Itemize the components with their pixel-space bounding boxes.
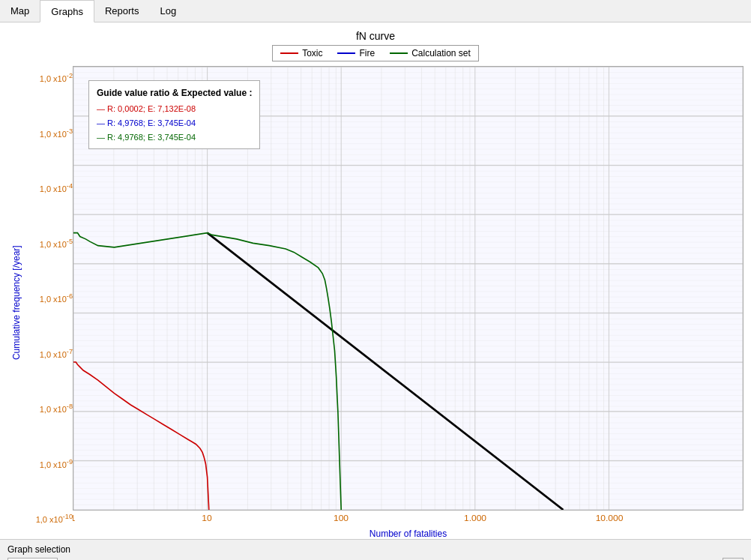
chart-plot: Guide value ratio & Expected value : — R… — [73, 66, 744, 511]
main-content: fN curve Toxic Fire Calculation set Cumu… — [0, 22, 751, 560]
y-tick-2: 1,0 x10-4 — [24, 182, 73, 193]
svg-text:10: 10 — [202, 514, 211, 523]
chart-area: fN curve Toxic Fire Calculation set Cumu… — [0, 22, 751, 539]
svg-text:1: 1 — [73, 514, 75, 523]
legend-line-calcset — [390, 52, 408, 54]
chart-container: Cumulative frequency [/year] 1,0 x10-2 1… — [7, 66, 744, 539]
svg-text:10.000: 10.000 — [596, 514, 624, 523]
legend-item-fire: Fire — [337, 48, 375, 58]
bottom-panel: Graph selection fN curve ... — [0, 539, 751, 560]
legend-line-toxic — [280, 52, 298, 54]
y-tick-8: 1,0 x10-10 — [24, 513, 73, 524]
y-tick-1: 1,0 x10-3 — [24, 127, 73, 139]
legend: Toxic Fire Calculation set — [272, 45, 479, 61]
legend-label-toxic: Toxic — [302, 48, 322, 58]
y-tick-6: 1,0 x10-8 — [24, 403, 73, 414]
svg-text:100: 100 — [334, 514, 349, 523]
y-tick-7: 1,0 x10-9 — [24, 458, 73, 469]
graph-selection-label: Graph selection — [7, 544, 744, 555]
tab-map[interactable]: Map — [0, 0, 40, 22]
svg-rect-6 — [73, 67, 743, 510]
y-ticks-area: 1,0 x10-2 1,0 x10-3 1,0 x10-4 1,0 x10-5 … — [24, 66, 73, 539]
legend-label-fire: Fire — [359, 48, 375, 58]
y-tick-5: 1,0 x10-7 — [24, 348, 73, 359]
chart-title: fN curve — [356, 30, 395, 42]
x-ticks-row: 1 10 100 1.000 10.000 — [73, 511, 744, 527]
tab-reports[interactable]: Reports — [94, 0, 150, 22]
y-tick-0: 1,0 x10-2 — [24, 72, 73, 83]
y-axis-label: Cumulative frequency [/year] — [7, 66, 24, 539]
x-axis-label: Number of fatalities — [73, 529, 744, 539]
legend-item-toxic: Toxic — [280, 48, 322, 58]
tab-graphs[interactable]: Graphs — [40, 0, 94, 22]
legend-line-fire — [337, 52, 355, 54]
x-axis-svg: 1 10 100 1.000 10.000 — [73, 511, 744, 527]
y-tick-4: 1,0 x10-6 — [24, 292, 73, 304]
nav-bar: Map Graphs Reports Log — [0, 0, 751, 22]
svg-text:1.000: 1.000 — [464, 514, 486, 523]
chart-svg — [73, 67, 743, 510]
y-tick-3: 1,0 x10-5 — [24, 238, 73, 249]
tab-log[interactable]: Log — [149, 0, 187, 22]
legend-label-calcset: Calculation set — [411, 48, 471, 58]
legend-item-calcset: Calculation set — [390, 48, 471, 58]
